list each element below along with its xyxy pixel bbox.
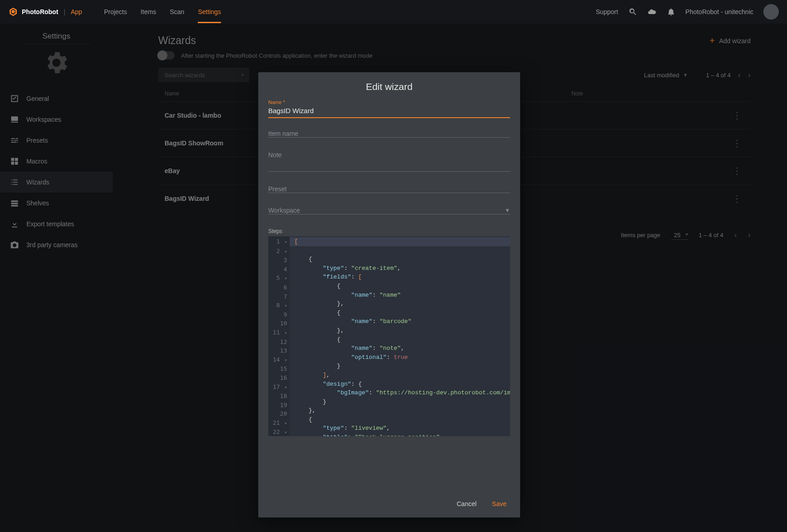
steps-label: Steps bbox=[268, 228, 510, 234]
topnav-items[interactable]: Items bbox=[140, 1, 156, 23]
brand-logo: PhotoRobot | App bbox=[8, 7, 82, 17]
note-field[interactable]: Note bbox=[268, 151, 510, 172]
modal-title: Edit wizard bbox=[258, 72, 520, 99]
name-field[interactable]: Name * bbox=[268, 99, 510, 118]
topnav: Projects Items Scan Settings bbox=[104, 1, 221, 23]
code-gutter: 1 ▾ 2 ▾ 3 4 5 ▾ 6 7 8 ▾ 9 10 11 ▾ 12 13 … bbox=[268, 236, 290, 436]
workspace-field[interactable]: Workspace ▼ bbox=[268, 207, 510, 214]
name-label: Name * bbox=[268, 99, 510, 105]
name-input[interactable] bbox=[268, 105, 510, 117]
edit-wizard-modal: Edit wizard Name * Item name Note Preset… bbox=[258, 72, 520, 517]
brand-suffix: App bbox=[71, 8, 82, 15]
preset-label: Preset bbox=[268, 185, 510, 193]
save-button[interactable]: Save bbox=[492, 500, 506, 507]
topnav-scan[interactable]: Scan bbox=[170, 1, 184, 23]
chevron-down-icon: ▼ bbox=[505, 207, 510, 214]
logo-hex-icon bbox=[8, 7, 18, 17]
topbar: PhotoRobot | App Projects Items Scan Set… bbox=[0, 0, 787, 24]
avatar[interactable] bbox=[763, 4, 779, 20]
code-body[interactable]: [ { "type": "create-item", "fields": [ {… bbox=[290, 236, 510, 436]
item-name-field[interactable]: Item name bbox=[268, 130, 510, 138]
topbar-right: Support PhotoRobot - unitechnic bbox=[596, 4, 779, 20]
note-label: Note bbox=[268, 151, 510, 159]
support-link[interactable]: Support bbox=[596, 8, 618, 15]
cloud-icon[interactable] bbox=[647, 7, 657, 16]
topnav-settings[interactable]: Settings bbox=[198, 1, 221, 23]
preset-field[interactable]: Preset bbox=[268, 185, 510, 193]
item-name-label: Item name bbox=[268, 130, 510, 137]
steps-code-editor[interactable]: 1 ▾ 2 ▾ 3 4 5 ▾ 6 7 8 ▾ 9 10 11 ▾ 12 13 … bbox=[268, 236, 510, 436]
topnav-projects[interactable]: Projects bbox=[104, 1, 127, 23]
bell-icon[interactable] bbox=[667, 7, 676, 16]
search-icon[interactable] bbox=[628, 7, 637, 16]
cancel-button[interactable]: Cancel bbox=[456, 500, 476, 507]
brand-name: PhotoRobot bbox=[22, 8, 58, 15]
workspace-label: Workspace bbox=[268, 207, 300, 214]
brand-divider: | bbox=[64, 8, 65, 15]
user-name[interactable]: PhotoRobot - unitechnic bbox=[686, 8, 753, 15]
